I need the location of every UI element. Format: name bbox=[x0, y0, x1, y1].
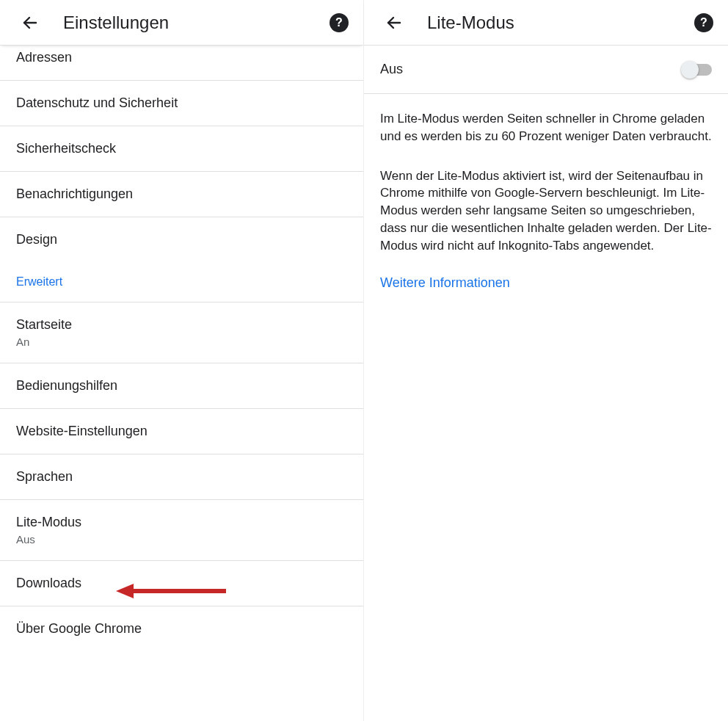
settings-item-site-settings[interactable]: Website-Einstellungen bbox=[0, 409, 363, 454]
page-title: Lite-Modus bbox=[427, 12, 514, 33]
item-label: Bedienungshilfen bbox=[16, 378, 347, 394]
item-label: Website-Einstellungen bbox=[16, 424, 347, 439]
item-value: Aus bbox=[16, 533, 347, 546]
more-info-link[interactable]: Weitere Informationen bbox=[364, 255, 728, 291]
settings-item-downloads[interactable]: Downloads bbox=[0, 561, 363, 606]
section-advanced: Erweitert bbox=[0, 262, 363, 302]
lite-mode-description-2: Wenn der Lite-Modus aktiviert ist, wird … bbox=[364, 145, 728, 255]
item-label: Startseite bbox=[16, 317, 347, 333]
item-label: Adressen bbox=[16, 50, 347, 65]
back-button[interactable] bbox=[380, 9, 408, 37]
settings-item-lite-mode[interactable]: Lite-Modus Aus bbox=[0, 500, 363, 561]
settings-item-homepage[interactable]: Startseite An bbox=[0, 302, 363, 363]
item-label: Downloads bbox=[16, 576, 347, 591]
toggle-label: Aus bbox=[380, 62, 403, 77]
item-label: Sicherheitscheck bbox=[16, 141, 347, 156]
lite-mode-pane: Lite-Modus ? Aus Im Lite-Modus werden Se… bbox=[364, 0, 728, 721]
lite-mode-header: Lite-Modus ? bbox=[364, 0, 728, 46]
settings-item-about[interactable]: Über Google Chrome bbox=[0, 606, 363, 651]
switch-knob bbox=[681, 61, 699, 79]
help-button[interactable]: ? bbox=[694, 13, 713, 32]
arrow-left-icon bbox=[385, 14, 403, 32]
arrow-left-icon bbox=[21, 14, 39, 32]
back-button[interactable] bbox=[16, 9, 44, 37]
section-label: Erweitert bbox=[16, 275, 62, 288]
item-label: Lite-Modus bbox=[16, 515, 347, 530]
page-title: Einstellungen bbox=[63, 12, 169, 33]
help-icon: ? bbox=[335, 16, 343, 29]
lite-mode-switch[interactable] bbox=[682, 64, 712, 76]
item-label: Sprachen bbox=[16, 469, 347, 485]
link-label: Weitere Informationen bbox=[380, 275, 510, 290]
settings-item-notifications[interactable]: Benachrichtigungen bbox=[0, 172, 363, 217]
settings-item-design[interactable]: Design bbox=[0, 217, 363, 262]
settings-item-privacy[interactable]: Datenschutz und Sicherheit bbox=[0, 81, 363, 126]
settings-pane: Einstellungen ? Adressen Datenschutz und… bbox=[0, 0, 364, 721]
help-button[interactable]: ? bbox=[330, 13, 349, 32]
item-label: Benachrichtigungen bbox=[16, 186, 347, 202]
item-label: Datenschutz und Sicherheit bbox=[16, 95, 347, 111]
item-label: Über Google Chrome bbox=[16, 621, 347, 637]
settings-item-safety-check[interactable]: Sicherheitscheck bbox=[0, 126, 363, 172]
settings-header: Einstellungen ? bbox=[0, 0, 363, 46]
help-icon: ? bbox=[700, 16, 707, 29]
item-label: Design bbox=[16, 232, 347, 247]
settings-list[interactable]: Adressen Datenschutz und Sicherheit Sich… bbox=[0, 46, 363, 721]
settings-item-languages[interactable]: Sprachen bbox=[0, 454, 363, 500]
settings-item-accessibility[interactable]: Bedienungshilfen bbox=[0, 363, 363, 409]
settings-item-addresses[interactable]: Adressen bbox=[0, 46, 363, 81]
lite-mode-description-1: Im Lite-Modus werden Seiten schneller in… bbox=[364, 94, 728, 145]
item-value: An bbox=[16, 336, 347, 348]
lite-mode-toggle-row[interactable]: Aus bbox=[364, 46, 728, 94]
